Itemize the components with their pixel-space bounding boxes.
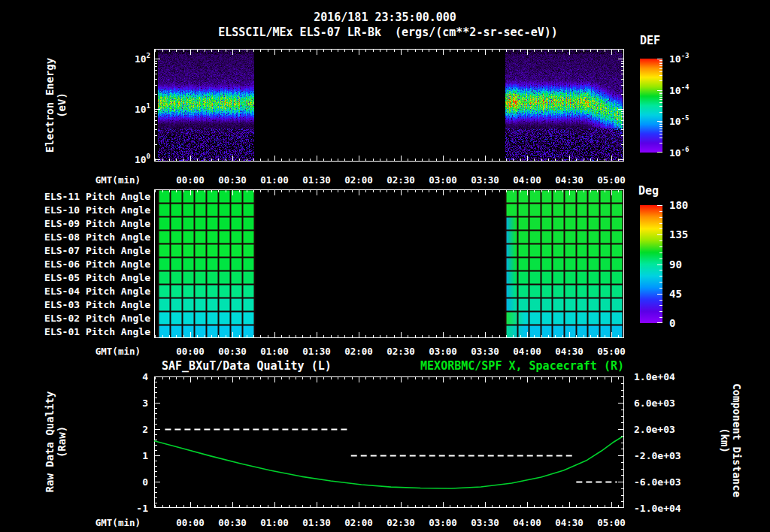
tick-label-time: 00:30: [218, 347, 247, 357]
page-title-date: 2016/181 23:35:00.000: [314, 11, 456, 24]
axis-label-gmt: GMT(min): [95, 518, 141, 528]
tick-label-time: 00:00: [176, 518, 205, 528]
tick-label-time: 05:00: [597, 176, 626, 186]
tick-label-time: 02:30: [387, 347, 415, 357]
def-colorbar-tick-label: 10-3: [669, 53, 690, 64]
page-title-instrument: ELSSCIL/MEx ELS-07 LR-Bk (ergs/(cm**2-sr…: [218, 26, 558, 39]
pitch-row-label: ELS-05 Pitch Angle: [44, 273, 150, 283]
tick-label-time: 00:30: [218, 518, 247, 528]
tick-label-time: 00:00: [176, 176, 205, 186]
bottom-right-y-axis-label: Component Distance(km): [719, 383, 743, 497]
tick-label-energy: 100: [135, 154, 150, 165]
def-colorbar-tick-label: 10-6: [669, 147, 690, 158]
tick-label-time: 03:00: [429, 176, 457, 186]
deg-colorbar: [640, 205, 662, 323]
def-colorbar-title: DEF: [640, 34, 660, 47]
tick-label-time: 01:00: [260, 347, 289, 357]
tick-label-time: 04:00: [513, 347, 541, 357]
tick-label-distance: -1.0e+04: [634, 503, 681, 513]
tick-label-time: 05:00: [597, 347, 626, 357]
tick-label-time: 01:00: [260, 518, 289, 528]
pitch-row-label: ELS-10 Pitch Angle: [44, 205, 150, 215]
tick-label-time: 04:30: [555, 176, 584, 186]
tick-label-time: 01:30: [302, 347, 331, 357]
pitch-row-label: ELS-09 Pitch Angle: [44, 219, 150, 228]
deg-colorbar-tick-label: 0: [669, 318, 675, 328]
tick-label-time: 02:30: [387, 518, 415, 528]
tick-label-time: 02:00: [344, 518, 373, 528]
data-quality-distance-plot: [154, 376, 624, 508]
def-colorbar-tick-label: 10-4: [669, 85, 690, 95]
pitch-row-label: ELS-04 Pitch Angle: [44, 286, 150, 296]
tick-label-time: 03:00: [429, 347, 457, 357]
tick-label-quality: 0: [142, 477, 148, 487]
deg-colorbar-tick-label: 45: [669, 289, 682, 299]
tick-label-time: 03:00: [429, 518, 457, 528]
tick-label-distance: 2.0e+03: [634, 425, 675, 434]
tick-label-time: 03:30: [471, 347, 499, 357]
spectrogram-page: 2016/181 23:35:00.000 ELSSCIL/MEx ELS-07…: [0, 0, 770, 532]
tick-label-time: 01:00: [260, 176, 289, 186]
tick-label-energy: 101: [135, 104, 150, 114]
deg-colorbar-tick-label: 135: [669, 229, 688, 240]
deg-colorbar-title: Deg: [638, 184, 659, 198]
bottom-title-right: MEXORBMC/SPF X, Spacecraft (R): [420, 359, 624, 373]
axis-label-gmt: GMT(min): [95, 347, 141, 357]
pitch-row-label: ELS-11 Pitch Angle: [44, 192, 150, 201]
tick-label-time: 03:30: [471, 518, 499, 528]
tick-label-time: 01:30: [302, 518, 331, 528]
def-colorbar-tick-label: 10-5: [669, 116, 690, 126]
tick-label-time: 01:30: [302, 176, 331, 186]
deg-colorbar-tick-label: 90: [669, 259, 682, 270]
pitch-row-label: ELS-08 Pitch Angle: [44, 232, 150, 242]
electron-energy-spectrogram: [154, 49, 624, 162]
tick-label-quality: 1: [142, 451, 148, 461]
deg-colorbar-tick-label: 180: [669, 200, 688, 210]
tick-label-time: 02:00: [344, 347, 373, 357]
pitch-angle-panel: [154, 189, 624, 338]
tick-label-time: 02:30: [387, 176, 415, 186]
tick-label-energy: 102: [135, 53, 150, 64]
tick-label-time: 04:30: [555, 347, 584, 357]
top-y-axis-label: Electron Energy(eV): [44, 58, 68, 153]
tick-label-quality: 2: [142, 425, 148, 434]
pitch-row-label: ELS-03 Pitch Angle: [44, 300, 150, 310]
tick-label-time: 00:00: [176, 347, 205, 357]
tick-label-quality: -1: [136, 503, 148, 513]
tick-label-quality: 4: [142, 372, 148, 382]
tick-label-time: 04:00: [513, 176, 541, 186]
tick-label-time: 04:00: [513, 518, 541, 528]
def-colorbar: [640, 59, 662, 153]
pitch-row-label: ELS-01 Pitch Angle: [44, 327, 150, 337]
pitch-row-label: ELS-02 Pitch Angle: [44, 313, 150, 323]
axis-label-gmt: GMT(min): [95, 176, 141, 186]
tick-label-time: 04:30: [555, 518, 584, 528]
tick-label-time: 02:00: [344, 176, 373, 186]
bottom-title-left: SAF_BXuT/Data Quality (L): [162, 359, 332, 373]
tick-label-distance: -6.0e+03: [634, 477, 681, 487]
tick-label-quality: 3: [142, 398, 148, 408]
tick-label-distance: -2.0e+03: [634, 451, 681, 461]
tick-label-time: 03:30: [471, 176, 499, 186]
tick-label-distance: 1.0e+04: [634, 372, 675, 382]
bottom-left-y-axis-label: Raw Data Quality(Raw): [44, 391, 68, 493]
tick-label-time: 00:30: [218, 176, 247, 186]
pitch-row-label: ELS-07 Pitch Angle: [44, 246, 150, 255]
tick-label-distance: 6.0e+03: [634, 398, 675, 408]
tick-label-time: 05:00: [597, 518, 626, 528]
pitch-row-label: ELS-06 Pitch Angle: [44, 259, 150, 269]
